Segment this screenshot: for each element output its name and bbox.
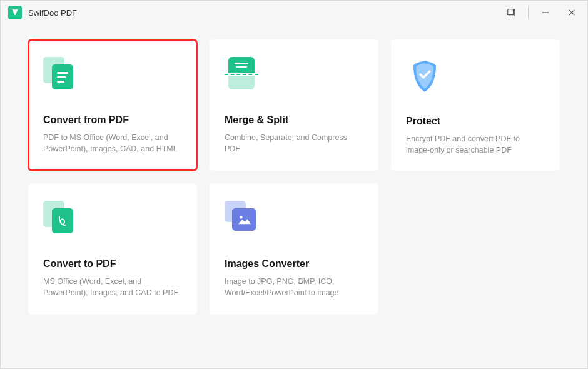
card-protect[interactable]: Protect Encrypt PDF and convert PDF to i… (391, 39, 560, 171)
minimize-button[interactable] (534, 3, 557, 22)
card-images-converter[interactable]: Images Converter Image to JPG, PNG, BMP,… (210, 183, 378, 315)
titlebar-divider (528, 7, 529, 18)
card-merge-split[interactable]: Merge & Split Combine, Separate, and Com… (210, 39, 378, 171)
card-convert-from-pdf[interactable]: Convert from PDF PDF to MS Office (Word,… (28, 39, 197, 171)
titlebar: SwifDoo PDF (1, 1, 587, 24)
card-desc: Image to JPG, PNG, BMP, ICO; Word/Excel/… (225, 276, 363, 298)
convert-from-pdf-icon (43, 57, 81, 94)
card-desc: MS Office (Word, Excel, and PowerPoint),… (43, 276, 182, 298)
close-button[interactable] (560, 3, 584, 22)
svg-point-4 (240, 216, 243, 219)
card-desc: PDF to MS Office (Word, Excel, and Power… (43, 132, 182, 154)
card-desc: Encrypt PDF and convert PDF to image-onl… (406, 133, 545, 156)
card-title: Convert from PDF (43, 114, 182, 126)
convert-to-pdf-icon (43, 201, 81, 238)
card-convert-to-pdf[interactable]: Convert to PDF MS Office (Word, Excel, a… (28, 183, 197, 315)
card-desc: Combine, Separate, and Compress PDF (225, 132, 363, 154)
titlebar-controls (499, 3, 584, 22)
content-grid: Convert from PDF PDF to MS Office (Word,… (1, 24, 587, 330)
window-expand-button[interactable] (499, 3, 523, 22)
card-title: Images Converter (225, 258, 363, 270)
card-title: Convert to PDF (43, 258, 182, 270)
app-title: SwifDoo PDF (28, 8, 77, 18)
images-converter-icon (225, 201, 262, 238)
app-window: SwifDoo PDF Conv (0, 0, 588, 369)
titlebar-left: SwifDoo PDF (8, 6, 77, 19)
card-title: Merge & Split (225, 114, 363, 126)
svg-rect-0 (508, 9, 514, 15)
protect-shield-icon (406, 57, 444, 96)
merge-split-icon (225, 57, 262, 94)
app-logo-icon (8, 6, 22, 19)
card-title: Protect (406, 116, 545, 127)
